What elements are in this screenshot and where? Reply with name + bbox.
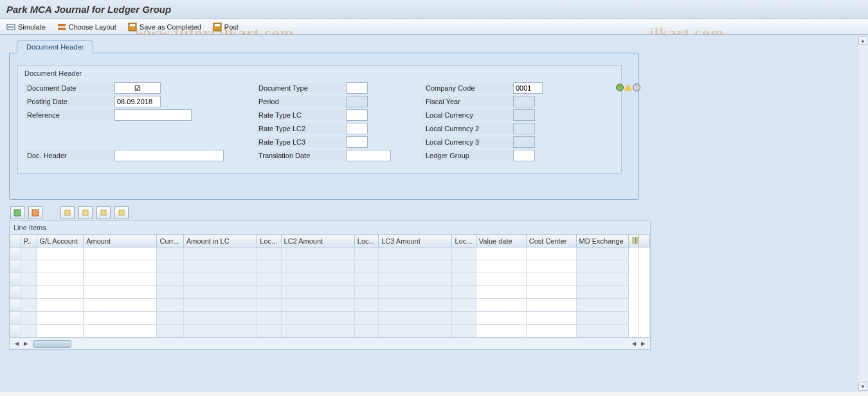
status-gray-icon <box>633 84 640 91</box>
save-icon <box>128 22 137 32</box>
col-currency[interactable]: Curr... <box>157 235 184 248</box>
line-items-table[interactable]: P.. G/L Account Amount Curr... Amount in… <box>10 234 650 338</box>
svg-rect-10 <box>14 210 21 216</box>
save-completed-button[interactable]: Save as Completed <box>128 22 201 32</box>
hscroll-thumb[interactable] <box>33 340 71 348</box>
svg-rect-17 <box>635 237 637 244</box>
local-currency2-field <box>513 123 535 134</box>
group-document-header: Document Header Document Date Document T… <box>17 65 622 174</box>
choose-layout-button[interactable]: Choose Layout <box>57 22 116 32</box>
period-field <box>346 96 368 107</box>
post-button[interactable]: Post <box>213 22 239 32</box>
translation-date-field[interactable] <box>346 150 391 161</box>
lbl-local-currency3: Local Currency 3 <box>423 137 513 147</box>
tab-document-header[interactable]: Document Header <box>17 40 93 53</box>
simulate-label: Simulate <box>18 23 46 31</box>
svg-point-3 <box>12 26 14 28</box>
tool-btn-3[interactable] <box>96 206 111 219</box>
local-currency3-field <box>513 136 535 148</box>
table-config-button[interactable] <box>628 235 639 248</box>
col-value-date[interactable]: Value date <box>476 235 526 248</box>
table-vscroll[interactable] <box>628 248 639 338</box>
svg-rect-11 <box>32 210 39 216</box>
document-type-field[interactable] <box>346 82 368 94</box>
table-row[interactable] <box>10 286 650 299</box>
lbl-translation-date: Translation Date <box>256 150 346 161</box>
hscroll-right2-icon[interactable]: ▶ <box>638 339 647 348</box>
col-p[interactable]: P.. <box>21 235 37 248</box>
table-row[interactable] <box>10 273 650 286</box>
col-amount[interactable]: Amount <box>84 235 157 248</box>
lbl-rate-lc: Rate Type LC <box>256 110 346 120</box>
ledger-group-field[interactable] <box>513 150 535 161</box>
title-bar: Park MCA Journal for Ledger Group <box>0 0 868 19</box>
col-gl-account[interactable]: G/L Account <box>37 235 84 248</box>
col-loc2[interactable]: Loc... <box>354 235 378 248</box>
table-row[interactable] <box>10 260 650 273</box>
line-items-panel: Line Items P.. G/L Account Amount Curr..… <box>9 221 651 350</box>
table-row[interactable] <box>10 248 650 260</box>
lbl-company-code: Company Code <box>423 83 513 93</box>
scroll-up-icon[interactable]: ▲ <box>858 36 867 45</box>
table-hscrollbar[interactable]: ◀ ▶ ◀ ▶ <box>10 338 650 349</box>
lbl-document-type: Document Type <box>256 83 346 93</box>
lbl-local-currency2: Local Currency 2 <box>423 123 513 134</box>
hscroll-left2-icon[interactable]: ◀ <box>629 339 638 348</box>
svg-rect-9 <box>215 24 220 26</box>
col-cost-center[interactable]: Cost Center <box>526 235 576 248</box>
lbl-ledger-group: Ledger Group <box>423 150 513 161</box>
posting-date-field[interactable] <box>114 96 161 107</box>
post-label: Post <box>224 23 239 31</box>
rate-lc3-field[interactable] <box>346 136 368 148</box>
col-loc3[interactable]: Loc... <box>452 235 476 248</box>
app-toolbar: Simulate Choose Layout Save as Completed… <box>0 19 868 35</box>
hscroll-left-icon[interactable]: ◀ <box>12 339 21 348</box>
tool-btn-2[interactable] <box>78 206 93 219</box>
table-row[interactable] <box>10 312 650 325</box>
table-row[interactable] <box>10 299 650 312</box>
document-date-field[interactable] <box>114 82 161 94</box>
svg-rect-16 <box>632 237 634 244</box>
save-completed-label: Save as Completed <box>140 23 201 31</box>
simulate-button[interactable]: Simulate <box>6 22 46 32</box>
layout-icon <box>57 22 66 32</box>
table-row[interactable] <box>10 325 650 338</box>
svg-rect-18 <box>637 237 639 244</box>
reference-field[interactable] <box>114 109 192 121</box>
insert-row-button[interactable] <box>10 206 24 219</box>
choose-layout-label: Choose Layout <box>69 23 116 31</box>
svg-rect-14 <box>101 210 106 215</box>
col-lc3-amount[interactable]: LC3 Amount <box>379 235 452 248</box>
row-selector-header[interactable] <box>10 235 21 248</box>
doc-header-field[interactable] <box>114 150 224 161</box>
line-items-title: Line Items <box>10 221 650 234</box>
lbl-doc-header: Doc. Header <box>24 150 114 161</box>
tab-strip: Document Header <box>17 40 859 53</box>
col-md-exchange[interactable]: MD Exchange <box>576 235 628 248</box>
delete-row-button[interactable] <box>28 206 42 219</box>
scroll-down-icon[interactable]: ▼ <box>858 382 867 391</box>
status-green-icon <box>616 84 624 91</box>
svg-point-1 <box>8 26 10 28</box>
col-amount-lc[interactable]: Amount in LC <box>184 235 257 248</box>
col-lc2-amount[interactable]: LC2 Amount <box>281 235 354 248</box>
svg-rect-7 <box>130 24 135 26</box>
lbl-local-currency: Local Currency <box>423 110 513 120</box>
lbl-posting-date: Posting Date <box>24 96 114 107</box>
rate-lc-field[interactable] <box>346 109 368 121</box>
line-items-toolbar <box>10 206 859 219</box>
lbl-document-date: Document Date <box>24 83 114 93</box>
content-area: ▲ ▼ Document Header Document Header Docu… <box>0 35 868 392</box>
company-code-field[interactable] <box>513 82 543 94</box>
tool-btn-4[interactable] <box>114 206 129 219</box>
rate-lc2-field[interactable] <box>346 123 368 134</box>
page-title: Park MCA Journal for Ledger Group <box>6 4 862 15</box>
svg-rect-15 <box>119 210 124 215</box>
hscroll-right-icon[interactable]: ▶ <box>21 339 30 348</box>
lbl-period: Period <box>256 96 346 107</box>
svg-rect-12 <box>65 210 70 215</box>
tool-btn-1[interactable] <box>60 206 75 219</box>
svg-rect-13 <box>83 210 88 215</box>
col-loc1[interactable]: Loc... <box>257 235 281 248</box>
vertical-scrollbar[interactable]: ▲ ▼ <box>858 35 868 392</box>
